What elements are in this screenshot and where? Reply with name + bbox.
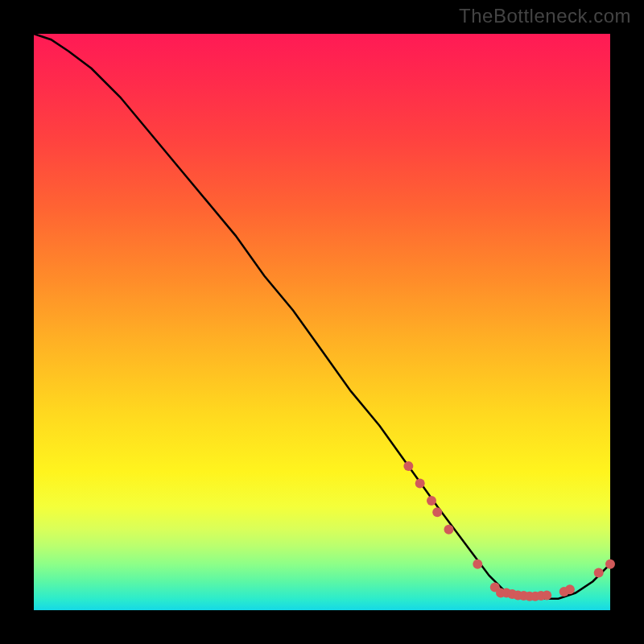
curve-line <box>34 34 610 599</box>
marker-dot <box>427 496 436 506</box>
marker-dot <box>432 507 442 517</box>
marker-dot <box>542 590 551 600</box>
marker-dot <box>565 584 575 594</box>
marker-dot <box>415 479 425 489</box>
marker-group <box>403 461 615 601</box>
marker-dot <box>403 461 413 471</box>
watermark-text: TheBottleneck.com <box>459 5 631 27</box>
marker-dot <box>594 568 604 578</box>
marker-dot <box>473 559 482 569</box>
marker-dot <box>605 559 615 569</box>
plot-area <box>34 34 610 610</box>
marker-dot <box>444 525 454 535</box>
chart-svg <box>34 34 610 610</box>
chart-frame: TheBottleneck.com <box>0 0 644 644</box>
